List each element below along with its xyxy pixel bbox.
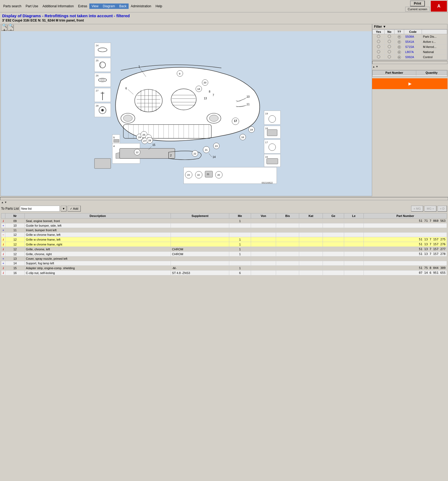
row-kat [299,233,323,237]
menu-part-use[interactable]: Part Use [23,3,40,9]
row-prefix[interactable]: + [1,223,5,228]
menu-diagram[interactable]: Diagram [101,3,117,9]
filter-no-radio[interactable] [388,35,391,38]
table-row[interactable]: i 12 Grille, chrome, left CHROM 1 51 13 … [1,247,447,252]
row-prefix[interactable]: i [1,219,5,223]
menu-back[interactable]: Back [117,3,129,9]
row-prefix[interactable]: + [1,257,5,261]
row-prefix[interactable]: i [1,247,5,252]
svg-text:27: 27 [143,140,146,142]
filter-no-radio[interactable] [388,55,391,58]
menu-extras[interactable]: Extras [76,3,89,9]
row-von [251,271,276,275]
table-row[interactable]: − 12 Grille w chrome frame, left [1,233,447,237]
row-me [229,233,251,237]
filter-qq-radio[interactable] [398,35,401,38]
parts-list-toolbar: To Parts List ▼ ✓ Add « MG MG » « D [1,205,447,212]
main-scrollbar[interactable] [0,197,448,200]
menu-view[interactable]: View [89,3,101,9]
main-nav-up[interactable]: ▲ [1,201,4,204]
filter-header[interactable]: Filter ▼ [372,24,447,29]
row-prefix[interactable]: − [1,233,5,237]
filter-yes-radio[interactable] [377,55,380,58]
filter-qq-radio[interactable] [398,45,401,49]
row-supplement [171,228,229,233]
zoom-in-button[interactable]: 🔍+ [1,25,7,31]
row-nr: 16 [5,271,25,275]
filter-qq-radio[interactable] [398,56,401,59]
orange-action-btn[interactable]: ▶ [372,78,447,89]
parts-table-container: Nr Description Supplement Me Von Bis Kat… [1,213,447,275]
table-row[interactable]: i 09 Seal, engine bonnet, front 1 51 71 … [1,219,447,223]
table-row[interactable]: i 12 Grille w chrome frame, right 1 51 1… [1,242,447,247]
current-screen-button[interactable]: Current screen [405,7,430,12]
row-supplement [171,233,229,237]
row-kat [299,237,323,242]
diagram-panel: 🔍+ 🔍− 24 25 26 27 [1,24,372,196]
svg-text:19: 19 [265,112,268,115]
zoom-out-button[interactable]: 🔍− [8,25,14,31]
col-partnum: Part Number [364,213,447,219]
svg-text:26: 26 [96,74,98,77]
filter-yes-radio[interactable] [377,40,380,43]
table-row[interactable]: + 10 Guide for bumper, side, left [1,223,447,228]
table-row[interactable]: i 16 C-clip nut, self-locking ST 4.8 -ZN… [1,271,447,275]
row-bis [276,242,299,247]
svg-text:21: 21 [207,173,210,175]
svg-text:20: 20 [217,174,220,176]
filter-col-qq: ?? [394,30,404,34]
diagram-image-area[interactable]: 24 25 26 27 28 [1,31,372,190]
row-prefix[interactable]: i [1,266,5,271]
svg-text:8: 8 [209,90,211,93]
print-button[interactable]: Print [410,1,425,6]
row-bis [276,237,299,242]
nav-down-arrow[interactable]: ▼ [376,65,378,68]
menu-help[interactable]: Help [153,3,164,9]
row-von [251,219,276,223]
table-row[interactable]: i 12 Grille, chrome, right CHROM 1 51 13… [1,252,447,257]
filter-row: S508A Park Dis... [373,34,447,39]
filter-yes-radio[interactable] [377,50,380,53]
table-row[interactable]: + 14 Support, fog lamp left [1,261,447,266]
row-prefix[interactable]: + [1,228,5,233]
row-supplement [171,261,229,266]
filter-qq-radio[interactable] [398,40,401,44]
menu-parts-search[interactable]: Parts search [1,3,23,9]
table-row[interactable]: + 11 Insert, bumper front left [1,228,447,233]
new-list-dropdown[interactable]: ▼ [61,206,66,212]
filter-col-desc [422,30,447,34]
filter-yes-radio[interactable] [377,35,380,38]
row-prefix[interactable]: + [1,261,5,266]
row-prefix[interactable]: i [1,242,5,247]
row-partnum [364,233,447,237]
table-row[interactable]: + 13 Cover, spray nozzle, primed left [1,257,447,261]
d-prev-button[interactable]: « D [438,206,447,212]
nav-up-arrow[interactable]: ▲ [372,65,375,68]
filter-yes-radio[interactable] [377,45,380,48]
row-prefix[interactable]: i [1,252,5,257]
menu-administration[interactable]: Administration [129,3,153,9]
mg-next-button[interactable]: MG » [424,206,436,212]
filter-no-radio[interactable] [388,45,391,48]
menu-additional-info[interactable]: Additional Information [40,3,76,9]
table-row[interactable]: i 12 Grille w chrome frame, left 1 51 13… [1,237,447,242]
row-von [251,242,276,247]
filter-no-radio[interactable] [388,50,391,53]
add-button[interactable]: ✓ Add [68,206,81,212]
row-bis [276,233,299,237]
row-bis [276,266,299,271]
print-section: Print Current screen [405,1,430,12]
table-row[interactable]: i 15 Adapter strip, engine-comp. shieldi… [1,266,447,271]
right-col-partnum: Part Number [373,71,416,75]
svg-text:6: 6 [125,87,127,90]
row-prefix[interactable]: i [1,271,5,275]
new-list-input[interactable] [20,206,60,212]
mg-prev-button[interactable]: « MG [411,206,423,212]
filter-no-radio[interactable] [388,40,391,43]
svg-text:14: 14 [213,156,216,159]
col-ge: Ge [323,213,344,219]
filter-qq-radio[interactable] [398,51,401,54]
filter-scrollbar[interactable] [372,61,447,64]
row-prefix[interactable]: i [1,237,5,242]
main-nav-down[interactable]: ▼ [4,201,7,204]
